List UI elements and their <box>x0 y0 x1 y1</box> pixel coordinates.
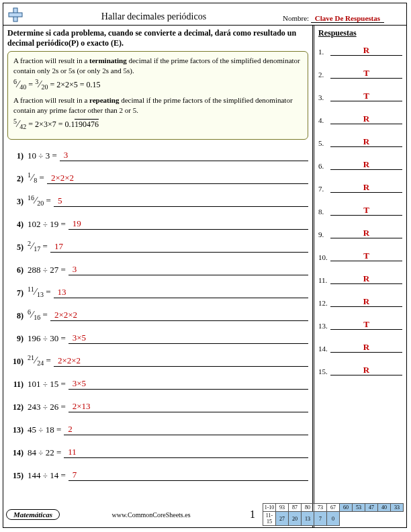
problem-answer-line[interactable]: 11 <box>64 447 308 458</box>
answer-value[interactable]: T <box>330 68 402 79</box>
problem-row: 15)144 ÷ 14 =7 <box>7 466 308 481</box>
answer-value[interactable]: R <box>330 182 402 193</box>
answer-value[interactable]: R <box>330 342 402 353</box>
problem-answer-line[interactable]: 13 <box>54 287 308 298</box>
problem-answer-line[interactable]: 17 <box>50 241 308 253</box>
answer-value[interactable]: R <box>330 296 402 307</box>
problem-answer-line[interactable]: 3 <box>68 264 308 275</box>
problem-expression: 21⁄24 = <box>28 354 54 367</box>
problem-row: 2)1⁄8 =2×2×2 <box>7 169 308 184</box>
repeating-rule: A fraction will result in a repeating de… <box>13 95 302 116</box>
answer-value[interactable]: T <box>330 251 402 261</box>
terminating-example: 6⁄40 = 3⁄20 = 2×2×5 = 0.15 <box>13 77 302 92</box>
answer-number: 2. <box>318 71 330 79</box>
answer-value[interactable]: R <box>330 273 402 284</box>
problem-answer-line[interactable]: 3 <box>60 150 308 161</box>
problem-answer-line[interactable]: 5 <box>54 195 308 207</box>
answer-row: 6.R <box>318 159 402 170</box>
problem-row: 4)102 ÷ 19 =19 <box>7 215 308 230</box>
answer-number: 10. <box>318 253 330 261</box>
footer: Matemáticas www.CommonCoreSheets.es 1 1-… <box>3 503 406 526</box>
answers-list: 1.R2.T3.T4.R5.R6.R7.R8.T9.R10.T11.R12.R1… <box>318 45 402 375</box>
answer-row: 3.T <box>318 91 402 101</box>
answer-value[interactable]: R <box>330 228 402 238</box>
answer-number: 14. <box>318 345 330 353</box>
problem-expression: 2⁄17 = <box>28 240 50 253</box>
problem-answer-line[interactable]: 19 <box>68 218 308 230</box>
answer-number: 11. <box>318 276 330 284</box>
problems-list: 1)10 ÷ 3 =32)1⁄8 =2×2×23)16⁄20 =54)102 ÷… <box>7 146 308 481</box>
problem-number: 5) <box>7 242 28 253</box>
page-title: Hallar decimales periódicos <box>25 11 283 24</box>
problem-row: 9)196 ÷ 30 =3×5 <box>7 329 308 344</box>
answer-value[interactable]: T <box>330 205 402 216</box>
problem-row: 11)101 ÷ 15 =3×5 <box>7 375 308 390</box>
answer-value[interactable]: R <box>330 114 402 124</box>
answer-value[interactable]: R <box>330 159 402 170</box>
name-label: Nombre: <box>283 14 309 22</box>
answer-value[interactable]: R <box>330 45 402 56</box>
problem-row: 14)84 ÷ 22 =11 <box>7 443 308 458</box>
problem-row: 3)16⁄20 =5 <box>7 192 308 207</box>
rule-box: A fraction will result in a terminating … <box>7 51 308 140</box>
problem-answer-line[interactable]: 3×5 <box>68 332 308 344</box>
problem-answer-line[interactable]: 2×2×2 <box>47 173 308 184</box>
answer-row: 8.T <box>318 205 402 216</box>
answer-value[interactable]: R <box>330 365 402 375</box>
answer-number: 13. <box>318 322 330 330</box>
problem-answer-line[interactable]: 2×2×2 <box>54 355 308 367</box>
answer-number: 3. <box>318 93 330 101</box>
problem-number: 8) <box>7 311 28 321</box>
answer-number: 7. <box>318 185 330 193</box>
problem-row: 1)10 ÷ 3 =3 <box>7 146 308 161</box>
answers-header: Respuestas <box>318 28 402 38</box>
answer-value[interactable]: T <box>330 91 402 101</box>
page-number: 1 <box>242 508 263 521</box>
answer-number: 12. <box>318 299 330 307</box>
answer-row: 1.R <box>318 45 402 56</box>
answer-row: 4.R <box>318 114 402 124</box>
answer-row: 12.R <box>318 296 402 307</box>
answer-row: 11.R <box>318 273 402 284</box>
answer-number: 15. <box>318 367 330 375</box>
problem-number: 10) <box>7 357 28 367</box>
problem-answer-line[interactable]: 2 <box>64 424 308 435</box>
answer-number: 6. <box>318 162 330 170</box>
answer-row: 7.R <box>318 182 402 193</box>
problem-expression: 45 ÷ 18 = <box>28 425 64 435</box>
problem-expression: 144 ÷ 14 = <box>28 470 68 481</box>
answer-value[interactable]: T <box>330 319 402 330</box>
problem-expression: 288 ÷ 27 = <box>28 265 68 275</box>
answer-row: 5.R <box>318 136 402 147</box>
problem-number: 9) <box>7 334 28 344</box>
problem-number: 15) <box>7 471 28 481</box>
problem-number: 3) <box>7 197 28 207</box>
svg-rect-1 <box>9 13 22 17</box>
problem-answer-line[interactable]: 3×5 <box>68 378 308 390</box>
title-row: Hallar decimales periódicos Nombre: Clav… <box>3 3 406 26</box>
problem-row: 8)6⁄16 =2×2×2 <box>7 306 308 321</box>
problem-expression: 10 ÷ 3 = <box>28 150 60 161</box>
problem-expression: 6⁄16 = <box>28 308 50 321</box>
problem-number: 4) <box>7 220 28 230</box>
score-grid: 1-109387807367605347403311-1527201370 <box>263 503 404 526</box>
problem-number: 12) <box>7 402 28 412</box>
problem-expression: 84 ÷ 22 = <box>28 447 64 458</box>
answer-key-label: Clave De Respuestas <box>311 14 384 23</box>
repeating-example: 5⁄42 = 2×3×7 = 0.1190476 <box>13 117 302 132</box>
problem-expression: 11⁄13 = <box>28 285 54 298</box>
problem-expression: 243 ÷ 26 = <box>28 402 68 412</box>
site-url: www.CommonCoreSheets.es <box>60 511 242 519</box>
problem-answer-line[interactable]: 7 <box>68 470 308 481</box>
problem-row: 6)288 ÷ 27 =3 <box>7 261 308 275</box>
problem-number: 6) <box>7 265 28 275</box>
problem-row: 10)21⁄24 =2×2×2 <box>7 352 308 367</box>
answer-value[interactable]: R <box>330 136 402 147</box>
instructions: Determine si cada problema, cuando se co… <box>7 28 308 48</box>
answer-row: 2.T <box>318 68 402 79</box>
problem-answer-line[interactable]: 2×2×2 <box>50 310 308 321</box>
answer-row: 9.R <box>318 228 402 238</box>
answer-number: 1. <box>318 48 330 56</box>
answer-row: 15.R <box>318 365 402 375</box>
problem-answer-line[interactable]: 2×13 <box>68 401 308 412</box>
